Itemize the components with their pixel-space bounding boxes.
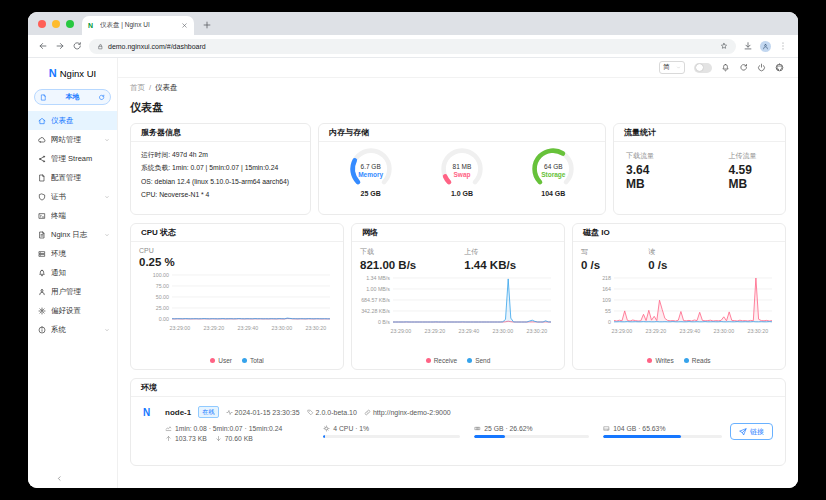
svg-text:23:29:40: 23:29:40 xyxy=(680,328,701,334)
tab-favicon: N xyxy=(88,22,96,30)
disk-chart-svg: 21816410955023:29:0023:29:2023:29:4023:3… xyxy=(581,274,777,336)
legend-item[interactable]: Total xyxy=(242,357,264,364)
sidebar-item-icon xyxy=(38,326,46,334)
cards-row-1: 服务器信息 运行时间: 497d 4h 2m系统负载: 1min: 0.07 |… xyxy=(130,123,786,215)
sidebar-item[interactable]: 配置管理 xyxy=(28,168,117,187)
minimize-window-button[interactable] xyxy=(52,20,60,28)
chart-line-icon xyxy=(165,425,172,432)
theme-switch[interactable] xyxy=(694,63,712,73)
sidebar: N Nginx UI 本地 仪表盘 网站管理 xyxy=(28,58,118,488)
legend-item[interactable]: Reads xyxy=(684,357,711,364)
download-arrow-icon xyxy=(215,435,222,442)
reload-icon[interactable] xyxy=(98,94,105,101)
svg-text:342.28 KB/s: 342.28 KB/s xyxy=(361,308,390,314)
maximize-window-button[interactable] xyxy=(66,20,74,28)
page-title: 仪表盘 xyxy=(130,100,786,115)
legend-item[interactable]: Writes xyxy=(647,357,673,364)
sidebar-item-icon xyxy=(38,136,46,144)
reload-button[interactable] xyxy=(72,41,82,51)
node-url[interactable]: http://nginx-demo-2:9000 xyxy=(364,409,451,416)
sidebar-item-icon xyxy=(38,231,46,239)
legend-dot xyxy=(242,358,247,363)
svg-text:23:29:20: 23:29:20 xyxy=(425,328,446,334)
downloads-button[interactable] xyxy=(743,41,753,51)
bookmark-star-icon[interactable] xyxy=(720,42,728,50)
cpu-progress-bar xyxy=(323,435,460,438)
svg-text:1.00 MB/s: 1.00 MB/s xyxy=(366,286,390,292)
sidebar-collapse-button[interactable] xyxy=(28,468,117,488)
stat-block: 写 0 /s xyxy=(581,247,600,271)
browser-window: N 仪表盘 | Nginx UI demo.nginxui.com/#/dash… xyxy=(28,12,798,488)
sidebar-item[interactable]: 用户管理 xyxy=(28,282,117,301)
sidebar-item[interactable]: 仪表盘 xyxy=(28,111,117,130)
server-info-line: 运行时间: 497d 4h 2m xyxy=(141,148,300,161)
cpu-stats: CPU 0.25 % xyxy=(139,247,335,268)
close-window-button[interactable] xyxy=(38,20,46,28)
card-title: 内存与存储 xyxy=(319,124,605,142)
profile-avatar[interactable] xyxy=(760,41,771,52)
sidebar-item[interactable]: 证书 xyxy=(28,187,117,206)
server-info-line: OS: debian 12.4 (linux 5.10.0-15-arm64 a… xyxy=(141,175,300,188)
chevron-down-icon xyxy=(104,194,110,200)
pulse-icon xyxy=(226,409,233,416)
sidebar-item[interactable]: 管理 Stream xyxy=(28,149,117,168)
chevron-down-icon xyxy=(104,137,110,143)
sidebar-item[interactable]: 终端 xyxy=(28,206,117,225)
memory-progress-bar xyxy=(474,435,589,438)
svg-text:50.00: 50.00 xyxy=(156,294,169,300)
sidebar-item[interactable]: 环境 xyxy=(28,244,117,263)
svg-text:23:29:20: 23:29:20 xyxy=(204,325,225,331)
sidebar-item[interactable]: Nginx 日志 xyxy=(28,225,117,244)
legend-item[interactable]: Receive xyxy=(426,357,457,364)
chevron-down-icon xyxy=(676,65,681,70)
disk-stats: 写 0 /s 读 0 /s xyxy=(581,247,777,271)
node-selector-label: 本地 xyxy=(66,92,80,102)
breadcrumb-separator: / xyxy=(149,83,151,93)
node-updated: 2024-01-15 23:30:35 xyxy=(226,409,300,416)
storage-gauge: 64 GBStorage104 GB xyxy=(517,146,589,197)
legend-item[interactable]: User xyxy=(210,357,232,364)
address-bar[interactable]: demo.nginxui.com/#/dashboard xyxy=(89,39,736,54)
browser-menu-button[interactable] xyxy=(778,41,788,51)
back-button[interactable] xyxy=(38,41,48,51)
logo-text: Nginx UI xyxy=(60,68,96,79)
language-select[interactable]: 简 xyxy=(659,61,685,74)
restart-icon[interactable] xyxy=(739,63,748,72)
memory-storage-card: 内存与存储 6.7 GBMemory25 GB81 MBSwap1.0 GB64… xyxy=(318,123,606,215)
cpu-icon xyxy=(323,425,330,432)
svg-text:23:29:40: 23:29:40 xyxy=(238,325,259,331)
app-logo: N Nginx UI xyxy=(28,62,117,84)
cpu-chart: 100.0075.0050.0025.000.0023:29:0023:29:2… xyxy=(139,271,335,355)
tab-close-icon[interactable] xyxy=(181,22,188,29)
breadcrumb: 首页 / 仪表盘 xyxy=(130,83,786,93)
sidebar-item[interactable]: 偏好设置 xyxy=(28,301,117,320)
sidebar-item-icon xyxy=(38,212,46,220)
stat-block: 读 0 /s xyxy=(648,247,667,271)
forward-button[interactable] xyxy=(55,41,65,51)
network-chart-svg: 1.34 MB/s1.00 MB/s684.57 KB/s342.28 KB/s… xyxy=(360,274,556,336)
node-load-column: 1min: 0.08 · 5min:0.07 · 15min:0.24 103.… xyxy=(165,425,309,442)
gauge-label: Memory xyxy=(358,171,383,178)
svg-text:23:29:00: 23:29:00 xyxy=(170,325,191,331)
breadcrumb-home[interactable]: 首页 xyxy=(130,83,145,93)
lock-icon xyxy=(97,43,104,50)
version-tag-icon xyxy=(307,409,314,416)
svg-text:55: 55 xyxy=(605,308,611,314)
power-icon[interactable] xyxy=(757,63,766,72)
browser-tab[interactable]: N 仪表盘 | Nginx UI xyxy=(82,16,194,35)
svg-text:23:30:00: 23:30:00 xyxy=(492,328,513,334)
node-memory-column: 25 GB · 26.62% xyxy=(474,425,589,442)
sidebar-item[interactable]: 网站管理 xyxy=(28,130,117,149)
github-icon[interactable] xyxy=(775,63,784,72)
link-button[interactable]: 链接 xyxy=(730,423,773,440)
sidebar-item[interactable]: 通知 xyxy=(28,263,117,282)
legend-item[interactable]: Send xyxy=(467,357,490,364)
notifications-bell-icon[interactable] xyxy=(721,63,730,72)
gauge-value: 81 MB xyxy=(453,163,472,170)
new-tab-button[interactable] xyxy=(202,20,212,30)
node-selector[interactable]: 本地 xyxy=(34,89,111,105)
network-chart-legend: ReceiveSend xyxy=(360,355,556,366)
svg-text:109: 109 xyxy=(602,297,611,303)
status-badge: 在线 xyxy=(198,406,218,418)
sidebar-item[interactable]: 系统 xyxy=(28,320,117,339)
